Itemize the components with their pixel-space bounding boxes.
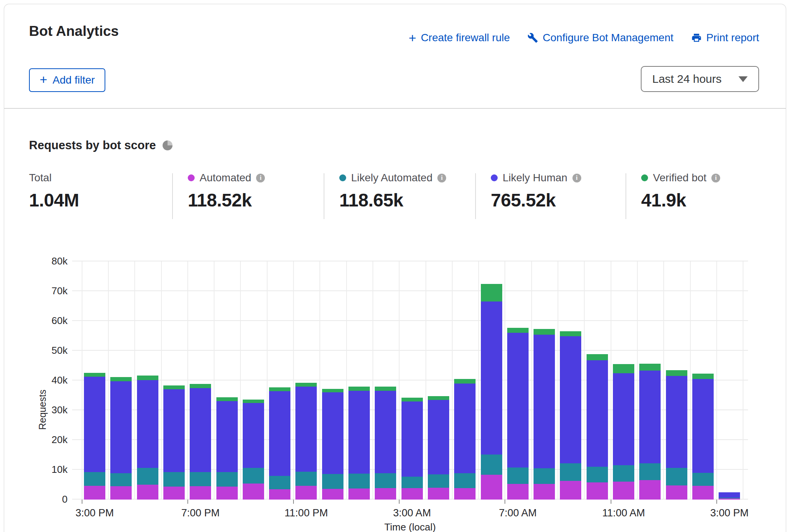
print-report-link[interactable]: Print report [691,32,759,44]
x-axis-tick [293,500,294,504]
bar-segment-likely-automated [163,472,185,487]
chart-bar[interactable] [719,492,740,500]
stat-likely-automated: Likely Automated i 118.65k [339,171,446,211]
stat-total-value: 1.04M [29,190,79,211]
bar-segment-likely-human [401,401,423,477]
bar-segment-automated [322,489,343,500]
bar-segment-verified-bot [401,398,423,401]
bot-analytics-card: Bot Analytics + Create firewall rule Con… [4,4,786,532]
bar-segment-verified-bot [587,354,608,360]
bar-segment-likely-automated [560,463,581,481]
bar-segment-automated [428,488,449,500]
stat-verified-bot-label: Verified bot [653,172,706,184]
chart-bar[interactable] [163,385,185,500]
bar-segment-likely-human [534,335,555,468]
stat-divider [626,173,626,219]
bar-segment-likely-human [481,301,502,455]
info-icon[interactable]: i [256,174,265,182]
bar-segment-verified-bot [322,389,343,392]
bar-segment-likely-human [560,336,581,463]
chevron-down-icon [738,76,748,82]
bar-segment-likely-human [375,391,396,473]
configure-bot-management-link[interactable]: Configure Bot Management [527,32,673,44]
info-icon[interactable]: i [437,174,446,182]
bar-segment-likely-human [666,376,687,468]
y-axis-tick-label: 10k [37,464,68,476]
chart-bar[interactable] [613,364,634,500]
stat-automated-label: Automated [200,172,251,184]
bar-segment-likely-human [348,391,370,474]
bar-segment-likely-automated [587,467,608,482]
y-axis-tick-label: 20k [37,434,68,446]
chart-bar[interactable] [295,383,317,500]
chart-bar[interactable] [137,376,158,500]
chart-bar[interactable] [84,373,105,500]
chart-bar[interactable] [534,329,555,500]
bar-segment-verified-bot [613,364,634,373]
bar-segment-verified-bot [243,400,264,403]
bar-segment-verified-bot [507,328,529,333]
stat-likely-human-value: 765.52k [491,190,581,211]
wrench-icon [527,32,538,43]
bar-segment-automated [719,498,740,500]
bar-segment-likely-human [692,379,714,473]
bar-segment-likely-human [587,360,608,467]
bar-segment-likely-automated [137,468,158,485]
x-axis-tick [82,500,82,504]
add-filter-button[interactable]: + Add filter [29,68,105,92]
chart-bar[interactable] [507,328,529,500]
print-report-label: Print report [706,32,759,44]
create-firewall-rule-link[interactable]: + Create firewall rule [409,32,510,44]
chart-bar[interactable] [692,374,714,500]
chart-bar[interactable] [190,384,211,500]
bar-segment-likely-automated [666,468,687,485]
chart-bar[interactable] [666,370,687,500]
bar-segment-likely-automated [295,472,317,486]
y-axis-tick-label: 60k [37,315,68,327]
bar-segment-automated [639,480,661,500]
chart-bar[interactable] [216,397,238,500]
x-axis-tick-label: 3:00 PM [691,507,767,519]
bar-segment-automated [560,481,581,500]
chart-bar[interactable] [401,398,423,500]
section-title: Requests by bot score [29,139,156,152]
chart-bar[interactable] [269,387,290,500]
bar-segment-automated [401,488,423,500]
header-divider [4,108,786,109]
bar-segment-likely-human [243,403,264,468]
x-gridline [161,261,162,500]
y-axis-tick-label: 70k [37,285,68,297]
bar-segment-verified-bot [481,284,502,301]
create-firewall-rule-label: Create firewall rule [421,32,510,44]
info-icon[interactable]: i [711,174,720,182]
chart-bar[interactable] [428,396,449,500]
chart-bar[interactable] [322,389,343,500]
bar-segment-automated [243,484,264,500]
chart-bar[interactable] [454,379,476,500]
chart-bar[interactable] [587,354,608,500]
bar-segment-automated [137,485,158,500]
bar-segment-automated [269,489,290,500]
chart-bar[interactable] [639,364,661,500]
likely-automated-legend-dot [339,174,346,181]
stat-divider [324,173,324,219]
bar-segment-verified-bot [692,374,714,379]
chart-bar[interactable] [560,331,581,500]
chart-bar[interactable] [110,377,132,500]
x-gridline [716,261,717,500]
stat-total: Total 1.04M [29,171,79,211]
section-title-row: Requests by bot score [29,139,173,152]
bar-segment-automated [348,488,370,500]
time-range-select[interactable]: Last 24 hours [641,66,759,92]
chart-bar[interactable] [481,284,502,500]
chart-bar[interactable] [375,387,396,500]
chart-bar[interactable] [348,387,370,500]
add-filter-label: Add filter [53,74,95,86]
x-gridline [134,261,135,500]
bar-segment-verified-bot [348,387,370,390]
y-gridline [72,320,748,321]
chart-bar[interactable] [243,400,264,500]
stat-likely-human-label: Likely Human [503,172,568,184]
stat-verified-bot-value: 41.9k [641,190,720,211]
info-icon[interactable]: i [572,174,581,182]
